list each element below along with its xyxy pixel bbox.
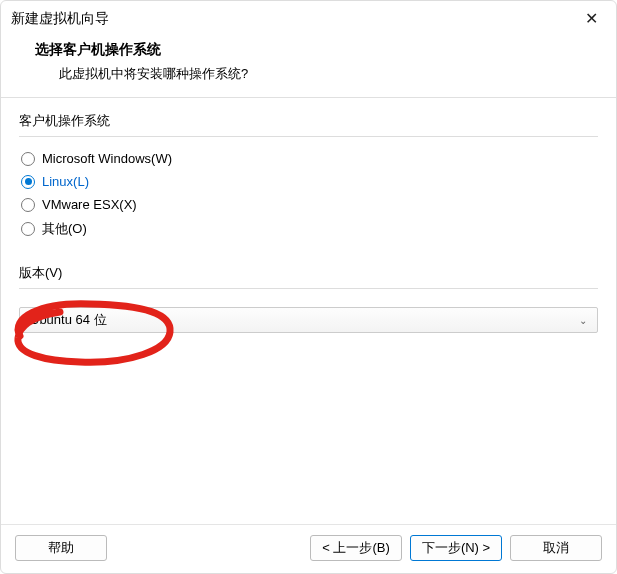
os-radio-group: Microsoft Windows(W) Linux(L) VMware ESX…	[19, 136, 598, 258]
wizard-content: 客户机操作系统 Microsoft Windows(W) Linux(L) VM…	[1, 98, 616, 524]
radio-label: Linux(L)	[42, 174, 89, 189]
version-divider	[19, 288, 598, 289]
window-title: 新建虚拟机向导	[11, 10, 109, 28]
close-icon[interactable]: ✕	[579, 9, 604, 29]
radio-option-vmware-esx[interactable]: VMware ESX(X)	[21, 193, 598, 216]
chevron-down-icon: ⌄	[579, 315, 587, 326]
radio-label: Microsoft Windows(W)	[42, 151, 172, 166]
radio-option-windows[interactable]: Microsoft Windows(W)	[21, 147, 598, 170]
radio-icon	[21, 222, 35, 236]
title-bar: 新建虚拟机向导 ✕	[1, 1, 616, 35]
radio-option-other[interactable]: 其他(O)	[21, 216, 598, 242]
version-label: 版本(V)	[19, 264, 598, 282]
page-heading: 选择客户机操作系统	[35, 41, 616, 59]
version-dropdown[interactable]: Ubuntu 64 位 ⌄	[19, 307, 598, 333]
radio-label: 其他(O)	[42, 220, 87, 238]
button-bar: 帮助 < 上一步(B) 下一步(N) > 取消	[1, 524, 616, 573]
new-vm-wizard-dialog: 新建虚拟机向导 ✕ 选择客户机操作系统 此虚拟机中将安装哪种操作系统? 客户机操…	[0, 0, 617, 574]
cancel-button[interactable]: 取消	[510, 535, 602, 561]
version-section: 版本(V) Ubuntu 64 位 ⌄	[19, 264, 598, 333]
radio-option-linux[interactable]: Linux(L)	[21, 170, 598, 193]
radio-label: VMware ESX(X)	[42, 197, 137, 212]
back-button[interactable]: < 上一步(B)	[310, 535, 402, 561]
next-button[interactable]: 下一步(N) >	[410, 535, 502, 561]
wizard-header: 选择客户机操作系统 此虚拟机中将安装哪种操作系统?	[1, 35, 616, 97]
os-group-label: 客户机操作系统	[19, 112, 598, 130]
page-subheading: 此虚拟机中将安装哪种操作系统?	[35, 65, 616, 83]
radio-icon	[21, 175, 35, 189]
radio-icon	[21, 152, 35, 166]
version-selected-text: Ubuntu 64 位	[30, 311, 107, 329]
radio-icon	[21, 198, 35, 212]
help-button[interactable]: 帮助	[15, 535, 107, 561]
